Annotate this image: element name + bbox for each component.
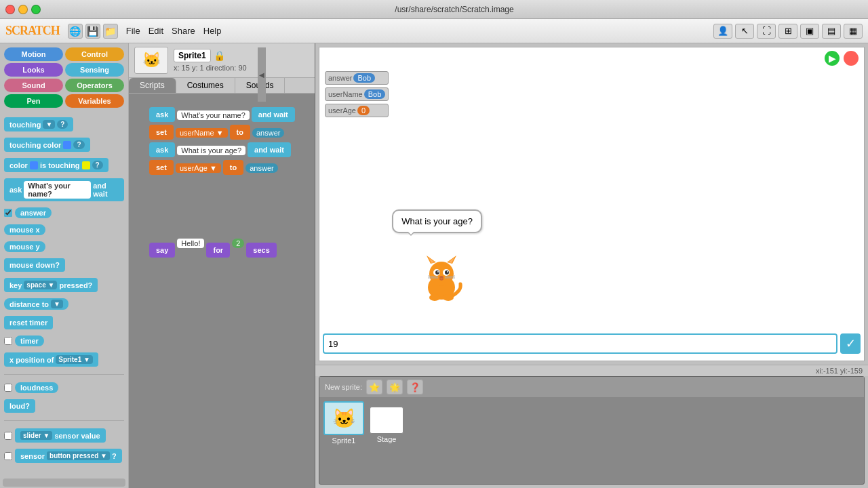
cursor-icon[interactable]: ↖ (735, 24, 754, 39)
mouse-down-block[interactable]: mouse down? (4, 258, 65, 272)
button-q-label: ? (112, 452, 117, 460)
lock-icon[interactable]: 🔒 (214, 50, 225, 61)
new-sprite-random-btn[interactable]: ❓ (407, 380, 423, 394)
distance-dropdown[interactable]: ▼ (51, 300, 63, 308)
sprite-name-row: Sprite1 🔒 (174, 49, 247, 62)
svg-point-17 (429, 294, 440, 301)
stop-btn[interactable] (844, 51, 859, 66)
sensor-type-dropdown[interactable]: button pressed ▼ (47, 451, 110, 460)
tab-costumes[interactable]: Costumes (176, 78, 235, 93)
sprite-thumb-label-sprite1: Sprite1 (332, 436, 356, 445)
slider-checkbox[interactable] (4, 432, 12, 440)
touching-color-block[interactable]: touching color ? (4, 138, 90, 152)
menu-edit[interactable]: Edit (149, 26, 163, 36)
sprite-thumb-stage[interactable]: Stage (370, 407, 403, 445)
panel-collapse-btn[interactable]: ◀ (258, 47, 266, 102)
ask-name-andwait: and wait (252, 107, 295, 122)
slider-block[interactable]: slider ▼ sensor value (15, 428, 106, 443)
slider-dropdown[interactable]: slider ▼ (20, 431, 52, 440)
space-dropdown[interactable]: space ▼ (24, 281, 57, 289)
category-motion[interactable]: Motion (4, 47, 63, 61)
svg-point-10 (437, 271, 439, 272)
mouse-x-label: mouse x (9, 226, 40, 234)
new-sprite-paint-btn[interactable]: ⭐ (366, 380, 382, 394)
new-sprite-upload-btn[interactable]: 🌟 (387, 380, 403, 394)
set-username-answer: answer (252, 128, 284, 138)
answer-block[interactable]: answer (15, 207, 52, 218)
color-swatch3 (82, 161, 90, 169)
sprite-thumbnail: 🐱 (134, 47, 168, 74)
loudness-check-row: loudness (4, 382, 124, 393)
grid-icon[interactable]: ⊞ (778, 24, 797, 39)
loudness-checkbox[interactable] (4, 384, 12, 392)
sprite-list-content: 🐱 Sprite1 Stage (319, 397, 864, 449)
mouse-x-block[interactable]: mouse x (4, 224, 45, 235)
userage-monitor-label: userAge (328, 106, 356, 115)
timer-block[interactable]: timer (15, 336, 44, 346)
set-username-keyword: set (149, 125, 174, 140)
traffic-lights (5, 5, 41, 14)
right-panel: ▶ answer Bob userName Bob userAge 0 (315, 43, 868, 488)
loudness-block[interactable]: loudness (15, 382, 58, 393)
minimize-button[interactable] (18, 5, 28, 14)
save-icon[interactable]: 💾 (85, 24, 100, 39)
mouse-y-block[interactable]: mouse y (4, 241, 45, 252)
ask-wait-row: ask What's your name? and wait (4, 178, 124, 201)
folder-icon[interactable]: 📁 (103, 24, 118, 39)
sprite-thumb-sprite1[interactable]: 🐱 Sprite1 (323, 401, 364, 445)
ask-age-block[interactable]: ask What is your age? and wait (149, 142, 295, 159)
xposition-block[interactable]: x position of Sprite1 ▼ (4, 352, 98, 367)
window2-icon[interactable]: ▤ (822, 24, 841, 39)
window1-icon[interactable]: ▣ (800, 24, 819, 39)
answer-submit-btn[interactable]: ✓ (840, 333, 861, 354)
reset-timer-block[interactable]: reset timer (4, 316, 53, 329)
blocks-area: touching ▼ ? touching color ? color is t (0, 112, 128, 477)
sensor-checkbox[interactable] (4, 452, 12, 460)
ask-wait-block[interactable]: ask What's your name? and wait (4, 178, 124, 201)
category-sensing[interactable]: Sensing (65, 63, 124, 77)
person-icon[interactable]: 👤 (713, 24, 732, 39)
speech-bubble: What is your age? (392, 209, 482, 233)
category-variables[interactable]: Variables (65, 94, 124, 108)
loud-block[interactable]: loud? (4, 399, 35, 413)
scripts-area[interactable]: ask What's your name? and wait set userN… (129, 94, 315, 488)
category-pen[interactable]: Pen (4, 94, 63, 108)
menu-file[interactable]: File (126, 26, 140, 36)
answer-input[interactable] (323, 333, 837, 354)
set-userage-block[interactable]: set userAge ▼ to answer (149, 160, 295, 176)
globe-icon[interactable]: 🌐 (68, 24, 83, 39)
ask-name-keyword: ask (149, 107, 175, 122)
menu-help[interactable]: Help (203, 26, 222, 36)
close-button[interactable] (5, 5, 15, 14)
left-scroll[interactable] (3, 479, 125, 487)
say-hello-block[interactable]: say Hello! for 2 secs (149, 229, 277, 258)
category-operators[interactable]: Operators (65, 79, 124, 92)
sprite-thumb-img-sprite1: 🐱 (323, 401, 364, 435)
touching-dropdown[interactable]: ▼ (43, 120, 55, 129)
category-control[interactable]: Control (65, 47, 124, 61)
set-userage-to: to (223, 160, 243, 175)
fullscreen-icon[interactable]: ⛶ (757, 24, 776, 39)
tab-scripts[interactable]: Scripts (129, 78, 176, 93)
key-pressed-block[interactable]: key space ▼ pressed? (4, 278, 98, 292)
set-username-block[interactable]: set userName ▼ to answer (149, 125, 295, 141)
menu-icons: 🌐 💾 📁 (68, 24, 118, 39)
distance-to-block[interactable]: distance to ▼ (4, 298, 68, 310)
category-looks[interactable]: Looks (4, 63, 63, 77)
menu-share[interactable]: Share (172, 26, 195, 36)
xpos-dropdown[interactable]: Sprite1 ▼ (56, 355, 93, 364)
touching-block[interactable]: touching ▼ ? (4, 117, 73, 131)
sprite-name[interactable]: Sprite1 (174, 49, 211, 62)
answer-checkbox[interactable] (4, 209, 12, 217)
ask-name-block[interactable]: ask What's your name? and wait (149, 107, 295, 123)
green-flag-btn[interactable]: ▶ (825, 51, 840, 66)
touching-color-q: ? (73, 140, 84, 149)
category-sound[interactable]: Sound (4, 79, 63, 92)
sensor-block[interactable]: sensor button pressed ▼ ? (15, 449, 122, 463)
color-touching-block[interactable]: color is touching ? (4, 158, 108, 172)
maximize-button[interactable] (31, 5, 41, 14)
mouse-down-row: mouse down? (4, 258, 124, 272)
touching-color-row: touching color ? (4, 138, 124, 152)
window3-icon[interactable]: ▦ (844, 24, 863, 39)
timer-checkbox[interactable] (4, 337, 12, 345)
